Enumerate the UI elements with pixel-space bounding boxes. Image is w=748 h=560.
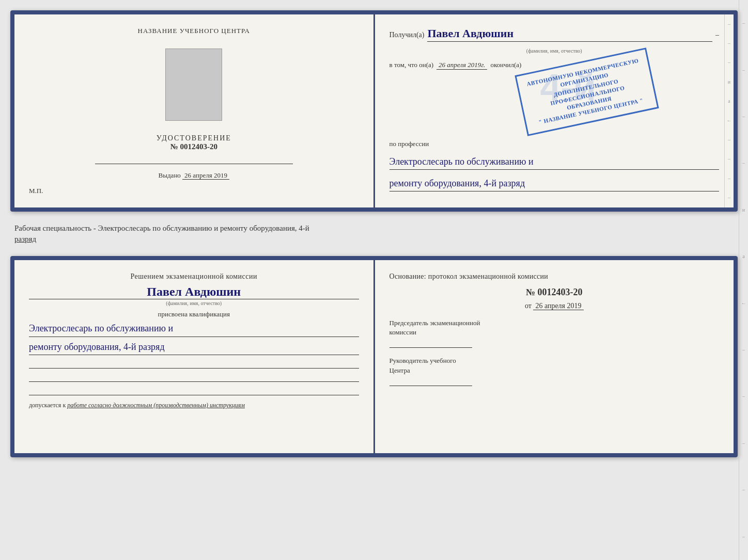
- predsedatel-label: Председатель экзаменационной комиссии: [389, 318, 720, 337]
- fio-caption-top: (фамилия, имя, отчество): [389, 48, 720, 54]
- document-bottom: Решением экзаменационной комиссии Павел …: [10, 256, 738, 457]
- vtom-row: в том, что он(а) 26 апреля 2019г. окончи…: [389, 61, 720, 70]
- udostoverenie-block: УДОСТОВЕРЕНИЕ № 0012403-20: [157, 134, 231, 151]
- udostoverenie-number: № 0012403-20: [157, 142, 231, 151]
- between-text: Рабочая специальность - Электрослесарь п…: [10, 221, 738, 247]
- right-edge-dashes: – – – и а ← – – – –: [724, 14, 734, 207]
- profession-line1: Электрослесарь по обслуживанию и: [389, 154, 720, 170]
- page-wrapper: НАЗВАНИЕ УЧЕБНОГО ЦЕНТРА УДОСТОВЕРЕНИЕ №…: [10, 10, 738, 457]
- dopuskaetsya-block: допускается к работе согласно должностны…: [29, 402, 359, 409]
- fio-caption-bottom: (фамилия, имя, отчество): [29, 300, 359, 306]
- top-left-title: НАЗВАНИЕ УЧЕБНОГО ЦЕНТРА: [138, 27, 250, 35]
- bottom-left-name: Павел Авдюшин: [29, 285, 359, 299]
- stamp-spacer: [389, 75, 720, 132]
- vydano-label: Выдано: [159, 171, 181, 179]
- predsedatel-text: Председатель экзаменационной комиссии: [389, 319, 480, 336]
- udostoverenie-label: УДОСТОВЕРЕНИЕ: [157, 134, 231, 142]
- protokol-num: № 0012403-20: [389, 287, 720, 298]
- po-professii-label: по профессии: [389, 140, 720, 148]
- blank-line-3: [29, 384, 359, 395]
- vtom-label: в том, что он(а): [389, 61, 434, 69]
- protokol-date-value: 26 апреля 2019: [533, 302, 583, 310]
- vtom-date: 26 апреля 2019г.: [437, 61, 487, 70]
- right-edge-dashes-bottom: – – – – и а ← – – – – –: [739, 0, 748, 560]
- recipient-name: Павел Авдюшин: [427, 27, 712, 42]
- osnovanie-title: Основание: протокол экзаменационной коми…: [389, 273, 720, 281]
- document-top: НАЗВАНИЕ УЧЕБНОГО ЦЕНТРА УДОСТОВЕРЕНИЕ №…: [10, 10, 738, 212]
- mp-label: М.П.: [29, 187, 43, 195]
- profession-line2: ремонту оборудования, 4-й разряд: [389, 176, 720, 191]
- poluchil-row: Получил(а) Павел Авдюшин –: [389, 27, 720, 42]
- prisvoena-label: присвоена квалификация: [29, 310, 359, 318]
- qualification-line1: Электрослесарь по обслуживанию и: [29, 321, 359, 337]
- resheniem-title: Решением экзаменационной комиссии: [29, 273, 359, 281]
- blank-line-2: [29, 371, 359, 382]
- qualification-line2: ремонту оборудования, 4-й разряд: [29, 339, 359, 356]
- dopuskaetsya-label: допускается к: [29, 402, 66, 409]
- vydano-date: 26 апреля 2019: [182, 171, 229, 180]
- doc-bottom-left: Решением экзаменационной комиссии Павел …: [14, 260, 375, 453]
- poluchil-label: Получил(а): [389, 31, 425, 39]
- blank-line-1: [29, 357, 359, 369]
- protokol-date-prefix: от: [525, 302, 532, 310]
- doc-top-right: АВТОНОМНУЮ НЕКОММЕРЧЕСКУЮ ОРГАНИЗАЦИЮ ДО…: [375, 14, 734, 207]
- razryad-underline: разряд: [14, 235, 36, 243]
- predsedatel-line: [389, 347, 472, 348]
- photo-placeholder: [165, 49, 222, 121]
- rukovoditel-label: Руководитель учебного Центра: [389, 356, 720, 375]
- rukovoditel-text: Руководитель учебного Центра: [389, 357, 456, 374]
- protokol-date: от 26 апреля 2019: [389, 302, 720, 310]
- doc-top-left: НАЗВАНИЕ УЧЕБНОГО ЦЕНТРА УДОСТОВЕРЕНИЕ №…: [14, 14, 375, 207]
- vydano-block: Выдано 26 апреля 2019: [159, 171, 229, 180]
- dopuskaetsya-text: работе согласно должностным (производств…: [67, 402, 245, 409]
- dash-after-name: –: [715, 31, 719, 39]
- doc-bottom-right: Основание: протокол экзаменационной коми…: [375, 260, 734, 453]
- rukovoditel-line: [389, 386, 472, 386]
- okonchil-label: окончил(а): [490, 61, 521, 69]
